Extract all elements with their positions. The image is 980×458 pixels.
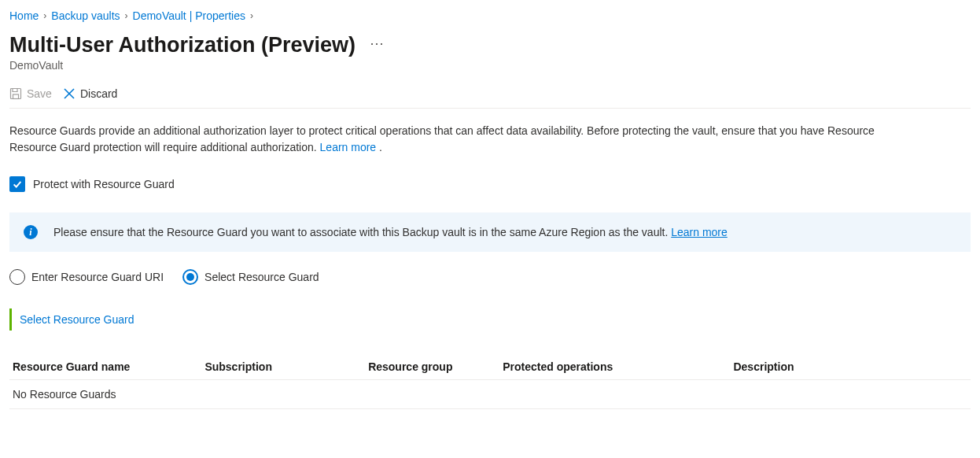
radio-group: Enter Resource Guard URI Select Resource…	[9, 269, 971, 285]
radio-select-guard[interactable]: Select Resource Guard	[182, 269, 319, 285]
breadcrumb-demovault-properties[interactable]: DemoVault | Properties	[133, 9, 245, 22]
col-protected-operations: Protected operations	[499, 354, 730, 380]
save-icon	[9, 87, 22, 100]
description-line1: Resource Guards provide an additional au…	[9, 124, 875, 137]
info-banner: i Please ensure that the Resource Guard …	[9, 212, 971, 252]
radio-enter-uri-label: Enter Resource Guard URI	[31, 271, 164, 283]
breadcrumb-home[interactable]: Home	[9, 9, 39, 22]
discard-button[interactable]: Discard	[63, 87, 117, 100]
breadcrumb: Home › Backup vaults › DemoVault | Prope…	[9, 6, 971, 28]
description-text: Resource Guards provide an additional au…	[9, 123, 971, 156]
page-subtitle: DemoVault	[9, 59, 971, 72]
close-icon	[63, 87, 76, 100]
col-resource-group: Resource group	[365, 354, 499, 380]
svg-rect-1	[13, 94, 19, 99]
radio-circle-selected-icon	[182, 269, 198, 285]
save-button: Save	[9, 87, 52, 100]
breadcrumb-backup-vaults[interactable]: Backup vaults	[51, 9, 120, 22]
protect-checkbox-label: Protect with Resource Guard	[33, 178, 175, 190]
protect-checkbox[interactable]	[9, 176, 25, 192]
table-row-empty: No Resource Guards	[9, 380, 971, 409]
description-line2-suffix: .	[376, 141, 382, 153]
col-resource-guard-name: Resource Guard name	[9, 354, 201, 380]
checkmark-icon	[12, 179, 23, 190]
protect-checkbox-row: Protect with Resource Guard	[9, 176, 971, 192]
info-icon: i	[24, 225, 38, 239]
learn-more-link[interactable]: Learn more	[320, 141, 377, 153]
info-banner-text-wrap: Please ensure that the Resource Guard yo…	[53, 226, 728, 238]
toolbar: Save Discard	[9, 83, 971, 109]
select-resource-guard-link[interactable]: Select Resource Guard	[20, 313, 134, 326]
col-description: Description	[730, 354, 971, 380]
radio-enter-uri[interactable]: Enter Resource Guard URI	[9, 269, 164, 285]
chevron-right-icon: ›	[250, 10, 253, 21]
resource-guard-table: Resource Guard name Subscription Resourc…	[9, 354, 971, 409]
table-header-row: Resource Guard name Subscription Resourc…	[9, 354, 971, 380]
chevron-right-icon: ›	[43, 10, 46, 21]
save-label: Save	[27, 87, 52, 100]
info-banner-learn-more-link[interactable]: Learn more	[671, 226, 728, 238]
description-line2-prefix: Resource Guard protection will require a…	[9, 141, 320, 153]
radio-select-guard-label: Select Resource Guard	[204, 271, 319, 283]
more-actions-icon[interactable]: ⋯	[370, 35, 385, 52]
discard-label: Discard	[80, 87, 117, 100]
page-title: Multi-User Authorization (Preview)	[9, 33, 356, 57]
select-resource-guard-wrap: Select Resource Guard	[9, 308, 134, 331]
info-banner-text: Please ensure that the Resource Guard yo…	[53, 226, 671, 238]
table-empty-text: No Resource Guards	[9, 380, 971, 409]
chevron-right-icon: ›	[125, 10, 128, 21]
col-subscription: Subscription	[201, 354, 365, 380]
radio-circle-icon	[9, 269, 25, 285]
